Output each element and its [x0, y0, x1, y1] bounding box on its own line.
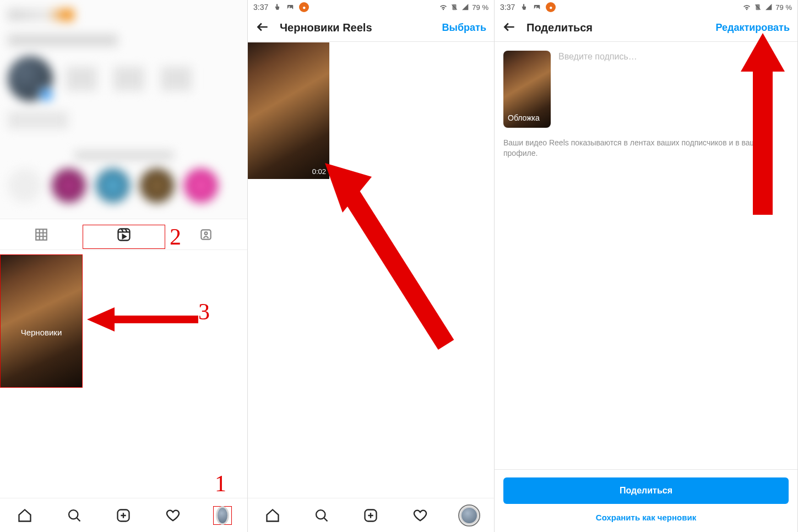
edit-button[interactable]: Редактировать: [715, 22, 790, 34]
nav-search[interactable]: [65, 506, 84, 525]
username-blurred: [8, 34, 118, 46]
grid-icon: [34, 227, 48, 242]
bottom-nav: [0, 498, 247, 532]
nav-profile[interactable]: [460, 506, 479, 525]
search-icon: [314, 508, 329, 523]
story-bubble: [140, 169, 174, 203]
signal-icon: [461, 3, 470, 12]
share-title: Поделиться: [526, 21, 705, 34]
nav-activity[interactable]: [164, 506, 182, 525]
annotation-arrow-draft: [319, 163, 463, 356]
wifi-icon: [742, 3, 751, 12]
tab-grid[interactable]: [0, 227, 83, 242]
profile-avatar-small: [460, 506, 479, 525]
create-icon: [363, 508, 378, 523]
caption-input[interactable]: Введите подпись…: [558, 51, 637, 128]
profile-summary-blurred: [0, 0, 247, 219]
annotation-arrow-3: [83, 303, 215, 336]
home-icon: [265, 508, 280, 523]
profile-avatar-blurred: [8, 56, 53, 101]
wifi-icon: [439, 3, 448, 12]
status-time: 3:37: [253, 3, 268, 12]
profile-reels-grid: Черновики 2 3 1: [0, 250, 247, 532]
draft-duration: 0:02: [312, 167, 326, 176]
cover-label: Обложка: [508, 113, 540, 122]
svg-point-4: [69, 510, 78, 519]
orange-badge-icon: ●: [546, 2, 556, 12]
reels-info-text: Ваши видео Reels показываются в лентах в…: [503, 138, 789, 159]
orange-badge-icon: ●: [299, 2, 309, 12]
story-bubble: [52, 169, 86, 203]
nav-search[interactable]: [312, 506, 331, 525]
bottom-nav: [248, 498, 494, 532]
back-arrow-icon: [256, 20, 270, 34]
profile-avatar-small: [216, 506, 229, 525]
discover-title-blurred: [74, 151, 173, 160]
draft-item[interactable]: 0:02: [248, 42, 329, 179]
app-logo-blurred: [8, 9, 74, 21]
annotation-box-2: [83, 225, 165, 249]
annotation-number-3: 3: [198, 298, 210, 325]
heart-icon: [165, 508, 181, 523]
drafts-card-label: Черновики: [21, 328, 62, 337]
svg-point-9: [316, 510, 325, 519]
nav-activity[interactable]: [411, 506, 430, 525]
back-arrow-icon: [502, 20, 517, 34]
profile-panel: Черновики 2 3 1: [0, 0, 248, 532]
create-icon: [116, 508, 131, 523]
drafts-title: Черновики Reels: [280, 21, 432, 34]
signal-icon: [764, 3, 773, 12]
touch-icon: [273, 3, 281, 12]
svg-rect-0: [36, 229, 47, 240]
select-button[interactable]: Выбрать: [442, 22, 486, 34]
bio-blurred: [8, 111, 68, 129]
photo-icon: [533, 3, 541, 12]
story-bubble: [96, 169, 130, 203]
nav-home[interactable]: [15, 506, 34, 525]
touch-icon: [519, 3, 528, 12]
nav-create[interactable]: [114, 506, 133, 525]
drafts-card[interactable]: Черновики: [0, 254, 83, 388]
sim-off-icon: [753, 3, 762, 12]
back-button[interactable]: [256, 20, 270, 36]
drafts-panel: 3:37 ● 79 % Черновики Reels: [248, 0, 495, 532]
photo-icon: [286, 3, 295, 12]
status-battery: 79 %: [472, 3, 488, 12]
status-bar: 3:37 ● 79 %: [495, 0, 797, 14]
share-header: Поделиться Редактировать: [495, 14, 797, 42]
cover-thumbnail[interactable]: Обложка: [503, 51, 551, 128]
home-icon: [17, 508, 32, 523]
search-icon: [67, 508, 82, 523]
status-time: 3:37: [500, 3, 515, 12]
status-battery: 79 %: [775, 3, 792, 12]
nav-create[interactable]: [361, 506, 380, 525]
sim-off-icon: [450, 3, 459, 12]
back-button[interactable]: [502, 20, 517, 36]
share-footer: Поделиться Сохранить как черновик: [495, 469, 797, 532]
share-body: Обложка Введите подпись… Ваши видео Reel…: [495, 42, 797, 167]
stat-following-blurred: [161, 67, 192, 91]
status-bar: 3:37 ● 79 %: [248, 0, 494, 14]
share-panel: 3:37 ● 79 % Поделиться Ред: [495, 0, 798, 532]
svg-point-3: [205, 232, 208, 235]
share-button[interactable]: Поделиться: [503, 477, 789, 504]
stat-followers-blurred: [113, 67, 144, 91]
annotation-number-2: 2: [170, 224, 181, 250]
annotation-number-1: 1: [215, 470, 226, 497]
nav-profile-highlighted[interactable]: [213, 506, 232, 525]
drafts-grid: 0:02: [248, 42, 494, 532]
drafts-header: Черновики Reels Выбрать: [248, 14, 494, 42]
profile-tabs: [0, 219, 247, 250]
tagged-icon: [199, 227, 213, 242]
save-draft-button[interactable]: Сохранить как черновик: [596, 513, 696, 522]
heart-icon: [412, 508, 428, 523]
stat-posts-blurred: [66, 67, 97, 91]
story-bubble: [8, 169, 42, 203]
nav-home[interactable]: [263, 506, 282, 525]
story-bubble: [184, 169, 218, 203]
